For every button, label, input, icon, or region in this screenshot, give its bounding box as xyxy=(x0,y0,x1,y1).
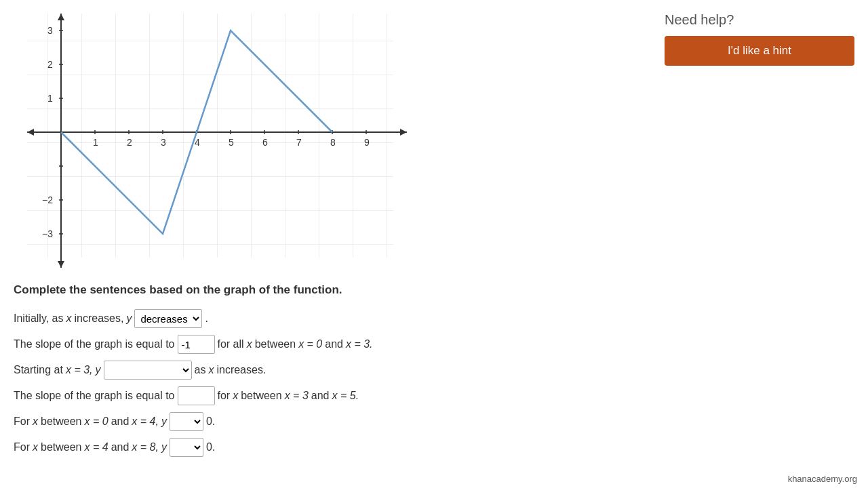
s3-math2: y xyxy=(96,361,101,379)
s3-math1: x = 3, xyxy=(66,361,93,379)
svg-text:4: 4 xyxy=(195,137,200,148)
svg-marker-6 xyxy=(58,261,64,268)
s4-math3: x = 5. xyxy=(332,386,359,405)
s4-math1: x xyxy=(233,386,238,405)
s6-math3: x = 8, xyxy=(132,438,159,456)
svg-text:1: 1 xyxy=(47,93,53,104)
s5-math1: x xyxy=(33,412,38,430)
s5-for: For xyxy=(14,412,30,430)
question-title: Complete the sentences based on the grap… xyxy=(14,283,597,297)
s3-dropdown[interactable]: increases decreases xyxy=(104,361,192,380)
s5-between: between xyxy=(41,412,82,430)
svg-text:1: 1 xyxy=(93,137,98,148)
s1-math1: x xyxy=(66,309,72,327)
svg-text:3: 3 xyxy=(161,137,166,148)
s2-between: between xyxy=(255,335,296,353)
s6-and: and xyxy=(111,438,130,456)
s2-prefix: The slope of the graph is equal to xyxy=(14,335,175,353)
main-content: x 1 2 3 4 5 6 xyxy=(0,0,610,470)
sentence-3: Starting at x = 3, y increases decreases… xyxy=(14,361,597,380)
sentence-6: For x between x = 4 and x = 8, y ≤ ≥ < >… xyxy=(14,438,597,457)
s5-dropdown[interactable]: ≤ ≥ < > xyxy=(170,412,203,431)
s3-as: as xyxy=(195,361,206,379)
s1-prefix: Initially, as xyxy=(14,309,64,327)
svg-text:−2: −2 xyxy=(42,195,53,205)
s2-input[interactable] xyxy=(178,335,215,354)
svg-text:5: 5 xyxy=(229,137,234,148)
hint-panel: Need help? I'd like a hint xyxy=(651,0,868,78)
s6-math4: y xyxy=(161,438,167,456)
s4-middle: for xyxy=(218,386,231,405)
svg-text:3: 3 xyxy=(47,25,53,36)
s3-math3: x xyxy=(208,361,214,379)
graph-container: x 1 2 3 4 5 6 xyxy=(14,7,407,271)
svg-text:2: 2 xyxy=(127,137,132,148)
s4-between: between xyxy=(241,386,282,405)
s2-math2: x = 0 xyxy=(298,335,322,353)
s5-math4: y xyxy=(161,412,167,430)
s2-math1: x xyxy=(247,335,252,353)
svg-text:2: 2 xyxy=(47,59,53,70)
s6-math2: x = 4 xyxy=(85,438,108,456)
sentence-4: The slope of the graph is equal to for x… xyxy=(14,386,597,405)
s2-and: and xyxy=(325,335,343,353)
sentence-5: For x between x = 0 and x = 4, y ≤ ≥ < >… xyxy=(14,412,597,431)
s4-prefix: The slope of the graph is equal to xyxy=(14,386,175,405)
s6-zero: 0. xyxy=(206,438,215,456)
svg-text:6: 6 xyxy=(262,137,268,148)
svg-rect-0 xyxy=(27,14,393,258)
s3-prefix: Starting at xyxy=(14,361,63,379)
s1-period: . xyxy=(205,309,208,327)
s2-math3: x = 3. xyxy=(346,335,373,353)
s4-and: and xyxy=(311,386,330,405)
svg-text:7: 7 xyxy=(296,137,302,148)
svg-text:9: 9 xyxy=(364,137,370,148)
graph-svg: x 1 2 3 4 5 6 xyxy=(14,7,407,271)
s5-zero: 0. xyxy=(206,412,215,430)
s4-input[interactable] xyxy=(178,386,215,405)
s6-math1: x xyxy=(33,438,38,456)
s6-for: For xyxy=(14,438,30,456)
hint-button[interactable]: I'd like a hint xyxy=(665,36,854,66)
s6-between: between xyxy=(41,438,82,456)
s5-math3: x = 4, xyxy=(132,412,159,430)
s6-dropdown[interactable]: ≤ ≥ < > xyxy=(170,438,203,457)
s5-and: and xyxy=(111,412,130,430)
s1-middle: increases, xyxy=(75,309,124,327)
s2-middle: for all xyxy=(218,335,244,353)
svg-marker-3 xyxy=(400,129,407,136)
s1-dropdown[interactable]: decreases increases xyxy=(134,309,202,328)
s4-math2: x = 3 xyxy=(285,386,309,405)
svg-text:−3: −3 xyxy=(42,228,53,239)
s1-math2: y xyxy=(126,309,132,327)
s5-math2: x = 0 xyxy=(85,412,108,430)
svg-text:8: 8 xyxy=(330,137,336,148)
khan-footer: khanacademy.org xyxy=(788,474,857,484)
sentence-2: The slope of the graph is equal to for a… xyxy=(14,335,597,354)
need-help-text: Need help? xyxy=(665,12,854,28)
s3-end: increases. xyxy=(216,361,266,379)
sentence-1: Initially, as x increases, y decreases i… xyxy=(14,309,597,328)
